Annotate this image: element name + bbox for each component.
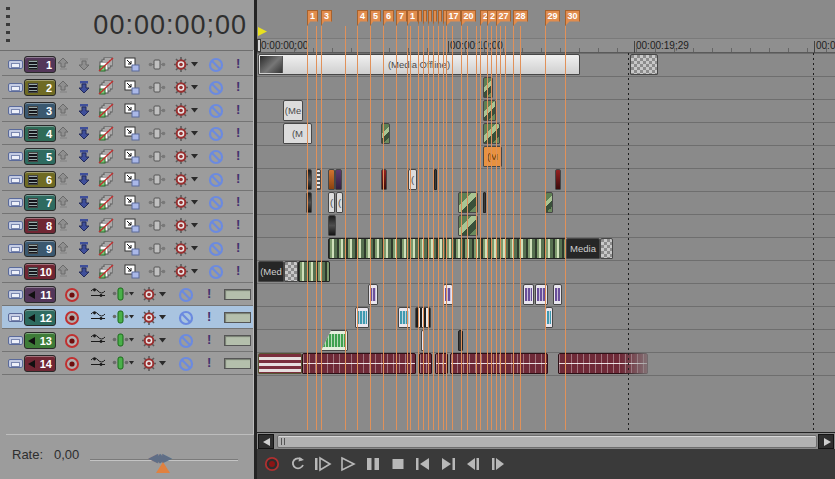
track-fx-button[interactable]: [142, 287, 166, 302]
clip-track-6[interactable]: [555, 169, 561, 190]
record-arm-button[interactable]: [64, 287, 80, 303]
track-fx-button[interactable]: [174, 80, 198, 95]
clip-track-10[interactable]: [298, 261, 330, 282]
clip-track-10[interactable]: (Med: [258, 261, 284, 282]
mute-button[interactable]: [208, 80, 224, 96]
clip-track-10[interactable]: [284, 261, 298, 282]
marker-flag-5[interactable]: 5: [370, 10, 381, 26]
solo-button[interactable]: !: [236, 171, 240, 187]
track-header-3[interactable]: 3!: [2, 99, 253, 122]
move-up-button[interactable]: [56, 218, 70, 232]
automation-settings-button[interactable]: [148, 103, 166, 118]
track-8-number-badge[interactable]: 8: [24, 217, 56, 234]
track-header-13[interactable]: 13!: [2, 329, 253, 352]
clip-track-3[interactable]: [483, 100, 496, 121]
track-header-7[interactable]: 7!: [2, 191, 253, 214]
track-motion-button[interactable]: [124, 126, 140, 141]
mute-button[interactable]: [208, 218, 224, 234]
scroll-right-button[interactable]: [818, 434, 834, 449]
bypass-motion-blur-button[interactable]: [98, 218, 114, 233]
play-from-start-button[interactable]: [312, 454, 334, 474]
track-header-12[interactable]: 12!: [2, 306, 253, 329]
track-11-number-badge[interactable]: 11: [24, 286, 56, 303]
track-6-number-badge[interactable]: 6: [24, 171, 56, 188]
solo-button[interactable]: !: [207, 355, 211, 371]
track-minimize-button[interactable]: [8, 175, 23, 184]
move-down-button[interactable]: [77, 57, 91, 71]
automation-settings-button[interactable]: [148, 126, 166, 141]
mute-button[interactable]: [208, 241, 224, 257]
mute-button[interactable]: [208, 126, 224, 142]
solo-button[interactable]: !: [207, 309, 211, 325]
bypass-motion-blur-button[interactable]: [98, 80, 114, 95]
move-down-button[interactable]: [77, 103, 91, 117]
track-5-number-badge[interactable]: 5: [24, 148, 56, 165]
clip-track-1[interactable]: [630, 54, 658, 75]
clip-track-3[interactable]: (Me: [283, 100, 303, 121]
play-button[interactable]: [337, 454, 359, 474]
solo-button[interactable]: !: [236, 217, 240, 233]
track-minimize-button[interactable]: [8, 152, 23, 161]
track-minimize-button[interactable]: [8, 83, 23, 92]
move-down-button[interactable]: [77, 149, 91, 163]
move-down-button[interactable]: [77, 218, 91, 232]
move-up-button[interactable]: [56, 57, 70, 71]
marker-flag-20[interactable]: 20: [461, 10, 476, 26]
track-header-11[interactable]: 11!: [2, 283, 253, 306]
marker-flag-4[interactable]: 4: [357, 10, 368, 26]
envelope-button[interactable]: [90, 310, 106, 322]
record-arm-button[interactable]: [64, 333, 80, 349]
track-fx-button[interactable]: [174, 172, 198, 187]
move-up-button[interactable]: [56, 80, 70, 94]
marker-flag-28[interactable]: 28: [513, 10, 528, 26]
marker-flag-27[interactable]: 27: [496, 10, 511, 26]
track-header-14[interactable]: 14!: [2, 352, 253, 375]
timecode-display[interactable]: 00:00:00;00: [27, 10, 247, 41]
track-fx-button[interactable]: [174, 264, 198, 279]
mute-button[interactable]: [208, 264, 224, 280]
envelope-button[interactable]: [90, 287, 106, 299]
marker-flag-hidden[interactable]: [428, 10, 432, 26]
clip-track-11[interactable]: [523, 284, 534, 305]
track-header-2[interactable]: 2!: [2, 76, 253, 99]
marker-flag-17[interactable]: 17: [446, 10, 461, 26]
track-motion-button[interactable]: [124, 218, 140, 233]
move-up-button[interactable]: [56, 172, 70, 186]
solo-button[interactable]: !: [236, 194, 240, 210]
marker-flag-1[interactable]: 1: [307, 10, 318, 26]
clip-track-9[interactable]: [600, 238, 613, 259]
track-10-number-badge[interactable]: 10: [24, 263, 56, 280]
clip-track-14[interactable]: [258, 353, 302, 374]
track-minimize-button[interactable]: [8, 313, 23, 322]
move-up-button[interactable]: [56, 149, 70, 163]
track-2-number-badge[interactable]: 2: [24, 79, 56, 96]
edit-cursor[interactable]: [257, 39, 261, 52]
track-motion-button[interactable]: [124, 80, 140, 95]
track-minimize-button[interactable]: [8, 221, 23, 230]
envelope-button[interactable]: [90, 333, 106, 345]
clip-track-11[interactable]: [553, 284, 562, 305]
track-fx-button[interactable]: [174, 241, 198, 256]
dock-grip-icon[interactable]: [6, 7, 10, 47]
track-motion-button[interactable]: [124, 195, 140, 210]
mute-button[interactable]: [208, 57, 224, 73]
marker-flag-6[interactable]: 6: [383, 10, 394, 26]
track-fx-button[interactable]: [174, 126, 198, 141]
solo-button[interactable]: !: [207, 286, 211, 302]
move-down-button[interactable]: [77, 172, 91, 186]
track-minimize-button[interactable]: [8, 60, 23, 69]
automation-settings-button[interactable]: [148, 80, 166, 95]
marker-flag-hidden[interactable]: [438, 10, 442, 26]
track-fx-button[interactable]: [142, 333, 166, 348]
marker-flag-30[interactable]: 30: [565, 10, 580, 26]
bypass-motion-blur-button[interactable]: [98, 241, 114, 256]
next-frame-button[interactable]: [487, 454, 509, 474]
track-4-number-badge[interactable]: 4: [24, 125, 56, 142]
mute-button[interactable]: [178, 287, 194, 303]
move-down-button[interactable]: [77, 195, 91, 209]
track-fx-button[interactable]: [142, 356, 166, 371]
track-13-number-badge[interactable]: 13: [24, 332, 56, 349]
solo-button[interactable]: !: [236, 125, 240, 141]
clip-track-9[interactable]: Media: [566, 238, 600, 259]
track-minimize-button[interactable]: [8, 129, 23, 138]
